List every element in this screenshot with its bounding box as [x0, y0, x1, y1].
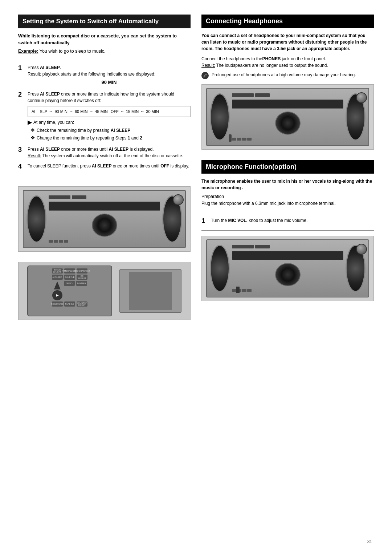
diagram-item-5: OFF: [111, 109, 119, 115]
divider-top: [18, 59, 191, 59]
diagram-item-4: 45 MIN: [95, 109, 107, 115]
preparation-label: Preparation: [201, 194, 374, 199]
divider-right-1: [201, 155, 374, 155]
step-1-action-bold: AI SLEEP: [40, 65, 60, 70]
remote-btn-rec-pause: REC/PAUSE: [52, 301, 63, 307]
step-2: 2 Press AI SLEEP once or more times to i…: [18, 91, 191, 142]
stereo-unit-illustration-1: [23, 190, 186, 248]
step-1-center: 90 MIN: [28, 79, 191, 86]
section1-intro: You can connect a set of headphones to y…: [201, 32, 374, 52]
step-2-content: Press AI SLEEP once or more times to ind…: [28, 91, 191, 142]
remote-btn-ai-sleep: AI SLEEP: [52, 275, 63, 280]
step-2-num: 2: [18, 91, 25, 99]
step-3-result-text: The system will automatically switch off…: [42, 153, 183, 158]
remote-arrow: [54, 281, 61, 289]
mic-step-content: Turn the MIC VOL. knob to adjust the mic…: [211, 217, 374, 224]
step-3-num: 3: [18, 146, 25, 154]
speaker-left-1: [26, 195, 46, 243]
stereo-display-2: [232, 100, 343, 109]
remote-btn-timer-clock: TIMER/CLOCK: [64, 268, 75, 274]
right-section1-header: Connecting Headphones: [201, 15, 374, 28]
stereo-knob-2: [356, 92, 367, 103]
connect-result-label: Result:: [201, 63, 215, 68]
step-2-action: Press AI SLEEP once or more times to ind…: [28, 92, 174, 103]
stereo-image-right-2: [201, 236, 374, 301]
diagram-item-3: 60 MIN: [75, 109, 87, 115]
step-1-content: Press AI SLEEP. Result: playback starts …: [28, 64, 191, 88]
step-4: 4 To cancel SLEEP function, press AI SLE…: [18, 163, 191, 171]
diagram-item-1: AI – SLP: [32, 109, 47, 115]
connect-text: Connect the headphones to thePHONES jack…: [201, 56, 374, 69]
remote-image: TIMER ON/OFF TIMER/CLOCK PROGRAM/SET AI …: [18, 262, 191, 320]
stereo-unit-illustration-3: [206, 239, 369, 297]
headphone-jack: [229, 134, 232, 142]
stereo-buttons-3: [232, 289, 343, 292]
remote-row-3: ▶ DEMO DIMMER: [52, 281, 87, 300]
at-any-time: ▶ At any time, you can:: [28, 119, 191, 126]
mic-jack: [236, 287, 240, 293]
remote-btn-program: PROGRAM/SET: [77, 268, 87, 274]
remote-btn-demo: DEMO: [64, 281, 75, 286]
stereo-cd-3: [275, 263, 301, 286]
divider-right-3: [201, 230, 374, 231]
connect-result-text: The loudspeakers are no longer used to o…: [216, 63, 328, 68]
remote-btn-timer-onoff: TIMER ON/OFF: [52, 268, 63, 274]
remote-btn-counter: COUNTER RESET: [77, 301, 87, 307]
left-section-header: Setting the System to Switch off Automat…: [18, 15, 191, 28]
section2-intro: The microphone enables the user to mix i…: [201, 178, 374, 191]
page-number: 31: [367, 539, 372, 544]
preparation-text: Plug the microphone with a 6.3mm mic jac…: [201, 200, 374, 207]
eng-badge: ENG: [359, 15, 372, 28]
stereo-image-right-1: [201, 84, 374, 150]
sub-bullet-1: ❖ Check the remaining time by pressing A…: [30, 127, 191, 134]
left-column: Setting the System to Switch off Automat…: [18, 15, 191, 540]
warning-text: Prolonged use of headphones at a high vo…: [212, 72, 356, 78]
example-text: You wish to go to sleep to music.: [40, 49, 106, 54]
step-3: 3 Press AI SLEEP once or more times unti…: [18, 146, 191, 159]
right-section2-header: Microphone Function(option): [201, 160, 374, 174]
page-container: ENG Setting the System to Switch off Aut…: [0, 0, 392, 555]
stereo-knob-1: [173, 194, 184, 205]
step-4-num: 4: [18, 163, 25, 171]
remote-play-btn: ▶: [52, 290, 62, 300]
stereo-cd-2: [275, 112, 301, 135]
example-line: Example: You wish to go to sleep to musi…: [18, 49, 191, 54]
step-3-result-label: Result:: [28, 153, 41, 158]
stereo-center-2: [232, 93, 343, 141]
mic-step-1: 1 Turn the MIC VOL. knob to adjust the m…: [201, 217, 374, 225]
speaker-left-2: [210, 93, 230, 141]
stereo-buttons-2: [232, 138, 343, 141]
remote-btn-cd-repeat: CD REPEAT: [77, 275, 87, 280]
step-1-result-text: playback starts and the following indica…: [42, 72, 156, 77]
remote-btn-dimmer: DIMMER: [76, 281, 87, 286]
stereo-cd-1: [92, 214, 117, 237]
step-1: 1 Press AI SLEEP. Result: playback start…: [18, 64, 191, 88]
speaker-left-3: [210, 245, 230, 292]
step-1-result-label: Result:: [28, 72, 41, 77]
stereo-buttons-1: [49, 240, 160, 243]
right-column: Connecting Headphones You can connect a …: [201, 15, 374, 540]
note-block: 🖊 Prolonged use of headphones at a high …: [201, 72, 374, 79]
stereo-image-left: [18, 186, 191, 252]
stereo-center-3: [232, 245, 343, 292]
step-3-content: Press AI SLEEP once or more times until …: [28, 146, 191, 159]
left-images: TIMER ON/OFF TIMER/CLOCK PROGRAM/SET AI …: [18, 181, 191, 324]
diagram-item-6: 15 MIN: [126, 109, 139, 115]
remote-btn-shuffle: SHUFFLE: [64, 275, 75, 280]
stereo-fragment: [119, 269, 182, 313]
stereo-display-3: [232, 251, 343, 260]
stereo-knob-3: [356, 244, 367, 255]
stereo-unit-illustration-2: [206, 88, 369, 146]
remote-row-4: REC/PAUSE TAPE 1/2 COUNTER RESET: [52, 301, 87, 307]
stereo-display-1: [49, 202, 160, 211]
step-1-num: 1: [18, 64, 25, 72]
divider-bottom: [18, 176, 191, 176]
sub-bullet-2: ❖ Change the remaining time by repeating…: [30, 135, 191, 141]
remote-row-1: TIMER ON/OFF TIMER/CLOCK PROGRAM/SET: [52, 268, 87, 274]
remote-control: TIMER ON/OFF TIMER/CLOCK PROGRAM/SET AI …: [27, 266, 112, 316]
diagram-item-2: 90 MIN: [54, 109, 67, 115]
divider-right-2: [201, 212, 374, 212]
step-4-content: To cancel SLEEP function, press AI SLEEP…: [28, 163, 191, 169]
remote-btn-tape: TAPE 1/2: [64, 301, 75, 307]
sleep-diagram: AI – SLP → 90 MIN → 60 MIN → 45 MIN OFF …: [28, 106, 191, 117]
